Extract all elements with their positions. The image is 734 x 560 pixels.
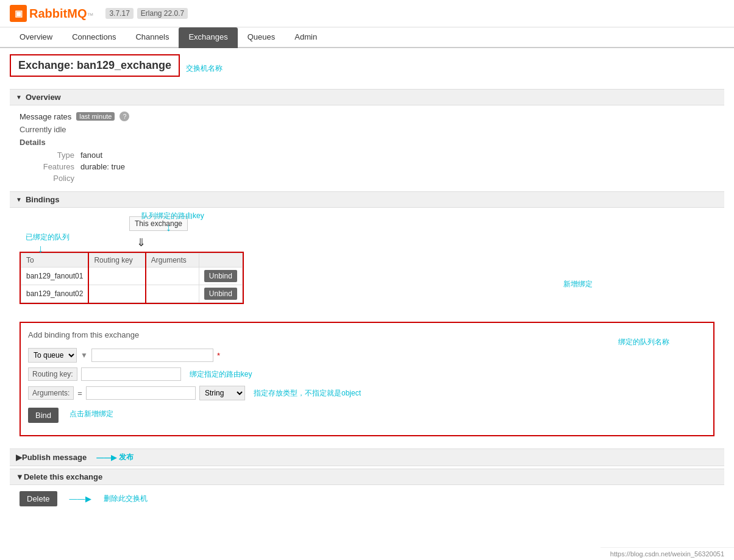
arguments-annotation: 指定存放类型，不指定就是object xyxy=(254,388,361,399)
cell-rk-1 xyxy=(88,268,145,285)
details-label: Details xyxy=(20,138,714,147)
overview-section: Message rates last minute ? Currently id… xyxy=(10,105,724,191)
required-star: * xyxy=(217,351,220,360)
bind-annotation: 点击新增绑定 xyxy=(69,409,113,419)
detail-row-policy: Policy xyxy=(32,174,714,183)
overview-arrow: ▼ xyxy=(16,94,22,101)
string-type-select[interactable]: String Integer Boolean xyxy=(199,386,245,400)
version-badges: 3.7.17 Erlang 22.0.7 xyxy=(105,8,188,19)
table-row: ban129_fanout01 Unbind xyxy=(21,268,243,285)
delete-section-header[interactable]: ▼ Delete this exchange xyxy=(10,469,724,485)
bindings-arrow: ▼ xyxy=(16,196,22,203)
detail-row-features: Features durable: true xyxy=(32,162,714,171)
publish-arrow: ▶ xyxy=(16,453,22,462)
exchange-title: Exchange: ban129_exchange xyxy=(10,54,180,77)
arguments-value-input[interactable] xyxy=(86,386,196,400)
routing-key-annotation: 绑定指定的路由key xyxy=(190,369,252,380)
add-binding-title: Add binding from this exchange xyxy=(28,330,706,339)
th-arguments: Arguments xyxy=(146,253,199,268)
publish-section-header[interactable]: ▶ Publish message ——▶ 发布 xyxy=(10,449,724,466)
routing-key-row: Routing key: 绑定指定的路由key xyxy=(28,367,706,381)
logo: ▣ RabbitMQ™ xyxy=(10,5,93,22)
bindings-section: 队列绑定的路由key ↓ 已绑定的队列 ↓ This exchange ⇓ To… xyxy=(10,208,724,442)
delete-arrow-icon: ▼ xyxy=(16,472,24,481)
nav-bar: Overview Connections Channels Exchanges … xyxy=(0,27,734,48)
delete-content: Delete ——▶ 删除此交换机 xyxy=(10,485,724,512)
nav-item-connections[interactable]: Connections xyxy=(62,27,126,48)
bindings-header-label: Bindings xyxy=(26,195,60,204)
features-value: durable: true xyxy=(80,162,125,171)
routing-key-label: Routing key: xyxy=(28,367,77,381)
overview-section-header[interactable]: ▼ Overview xyxy=(10,89,724,105)
nav-item-admin[interactable]: Admin xyxy=(285,27,327,48)
features-label: Features xyxy=(32,162,80,171)
idle-text: Currently idle xyxy=(20,125,714,134)
cell-to-1: ban129_fanout01 xyxy=(21,268,89,285)
question-mark[interactable]: ? xyxy=(119,112,129,121)
arguments-row: Arguments: = String Integer Boolean 指定存放… xyxy=(28,386,706,400)
logo-text: RabbitMQ™ xyxy=(29,7,93,21)
nav-item-channels[interactable]: Channels xyxy=(126,27,179,48)
nav-item-queues[interactable]: Queues xyxy=(238,27,285,48)
details-table: Type fanout Features durable: true Polic… xyxy=(32,151,714,183)
nav-item-exchanges[interactable]: Exchanges xyxy=(179,27,237,48)
unbind-button-2[interactable]: Unbind xyxy=(204,288,237,300)
last-minute-badge: last minute xyxy=(76,112,115,121)
cell-to-2: ban129_fanout02 xyxy=(21,285,89,303)
th-routing-key: Routing key xyxy=(88,253,145,268)
table-row: ban129_fanout02 Unbind xyxy=(21,285,243,303)
delete-section: ▼ Delete this exchange Delete ——▶ 删除此交换机 xyxy=(10,469,724,512)
cell-rk-2 xyxy=(88,285,145,303)
routing-key-annotation: 队列绑定的路由key ↓ xyxy=(141,211,204,234)
bind-button[interactable]: Bind xyxy=(28,408,59,423)
arguments-label: Arguments: xyxy=(28,386,74,400)
bindings-table: To Routing key Arguments ban129_fanout01… xyxy=(21,253,243,303)
exchange-title-annotation: 交换机名称 xyxy=(186,63,223,74)
publish-section: ▶ Publish message ——▶ 发布 xyxy=(10,448,724,466)
message-rates-label: Message rates xyxy=(20,112,71,121)
detail-row-type: Type fanout xyxy=(32,151,714,160)
version-badge: 3.7.17 xyxy=(105,8,133,19)
overview-header-label: Overview xyxy=(26,93,61,102)
exchange-ref-box: This exchange ⇓ xyxy=(129,216,714,249)
bindings-down-arrow: ⇓ xyxy=(137,236,714,249)
delete-arrow-annotation: ——▶ xyxy=(69,494,91,503)
delete-button[interactable]: Delete xyxy=(20,491,57,506)
to-queue-row: To queue ▼ * xyxy=(28,348,706,363)
queue-name-annotation: 绑定的队列名称 xyxy=(618,337,669,347)
publish-annotation: 发布 xyxy=(119,452,134,463)
queue-annotation: 已绑定的队列 ↓ xyxy=(26,232,69,255)
type-value: fanout xyxy=(80,151,102,160)
routing-key-input[interactable] xyxy=(81,367,181,381)
nav-item-overview[interactable]: Overview xyxy=(10,27,62,48)
cell-args-2 xyxy=(146,285,199,303)
publish-header-label: Publish message xyxy=(22,453,87,462)
publish-arrow-icon: ——▶ xyxy=(96,453,116,462)
unbind-button-1[interactable]: Unbind xyxy=(204,270,237,282)
bindings-table-wrapper: To Routing key Arguments ban129_fanout01… xyxy=(20,252,244,304)
erlang-badge: Erlang 22.0.7 xyxy=(137,8,188,19)
page-content: Exchange: ban129_exchange 交换机名称 ▼ Overvi… xyxy=(0,48,734,519)
bindings-section-header[interactable]: ▼ Bindings xyxy=(10,191,724,208)
add-binding-box: Add binding from this exchange 绑定的队列名称 T… xyxy=(20,322,714,436)
queue-name-input[interactable] xyxy=(91,349,213,362)
delete-annotation: 删除此交换机 xyxy=(104,494,148,504)
delete-header-label: Delete this exchange xyxy=(24,472,102,481)
logo-icon: ▣ xyxy=(10,5,27,22)
type-label: Type xyxy=(32,151,80,160)
message-rates-line: Message rates last minute ? xyxy=(20,112,714,121)
equals-sign: = xyxy=(77,389,82,398)
cell-args-1 xyxy=(146,268,199,285)
top-bar: ▣ RabbitMQ™ 3.7.17 Erlang 22.0.7 xyxy=(0,0,734,27)
new-binding-annotation: 新增绑定 xyxy=(563,279,593,289)
to-queue-select[interactable]: To queue xyxy=(28,348,77,363)
policy-label: Policy xyxy=(32,174,80,183)
bind-button-row: Bind 点击新增绑定 xyxy=(28,405,706,423)
